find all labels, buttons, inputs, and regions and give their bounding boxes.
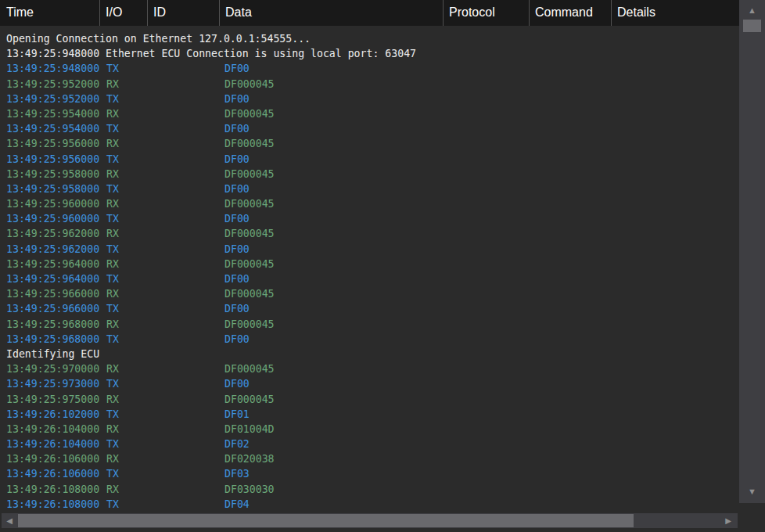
log-row[interactable]: 13:49:25:954000RXDF000045: [0, 106, 739, 121]
log-data: DF000045: [224, 167, 275, 182]
log-data: DF020038: [224, 451, 275, 466]
log-message: Identifying ECU: [6, 347, 99, 361]
log-row[interactable]: Identifying ECU: [0, 347, 739, 361]
log-time: 13:49:25:970000: [6, 361, 99, 376]
log-row[interactable]: 13:49:25:952000RXDF000045: [0, 77, 739, 92]
log-row[interactable]: 13:49:25:960000RXDF000045: [0, 196, 739, 211]
log-time: 13:49:25:960000: [6, 196, 99, 211]
log-time: 13:49:25:952000: [6, 77, 99, 92]
column-header-time[interactable]: Time: [0, 0, 100, 26]
log-data: DF000045: [224, 392, 275, 407]
log-io: RX: [106, 226, 119, 241]
horizontal-scrollbar-thumb[interactable]: [18, 514, 634, 527]
log-io: RX: [106, 196, 119, 211]
log-area[interactable]: Opening Connection on Ethernet 127.0.0.1…: [0, 26, 739, 512]
log-io: TX: [106, 497, 119, 512]
log-data: DF000045: [224, 77, 275, 92]
log-row[interactable]: 13:49:26:108000RXDF030030: [0, 482, 739, 497]
log-data: DF000045: [224, 257, 275, 271]
horizontal-scrollbar[interactable]: ◀ ▶: [2, 513, 738, 528]
log-time: 13:49:25:954000: [6, 121, 99, 136]
scroll-right-button[interactable]: ▶: [720, 513, 736, 528]
log-io: RX: [106, 482, 119, 497]
column-header-data[interactable]: Data: [220, 0, 444, 26]
log-row[interactable]: 13:49:26:108000TXDF04: [0, 497, 739, 512]
log-row[interactable]: 13:49:25:958000RXDF000045: [0, 167, 739, 182]
log-row[interactable]: 13:49:25:968000TXDF00: [0, 332, 739, 347]
log-io: RX: [106, 77, 119, 92]
log-time: 13:49:25:964000: [6, 257, 99, 271]
column-header-id[interactable]: ID: [148, 0, 220, 26]
log-row[interactable]: 13:49:25:968000RXDF000045: [0, 317, 739, 332]
log-row[interactable]: 13:49:25:966000TXDF00: [0, 301, 739, 316]
log-row[interactable]: 13:49:25:964000TXDF00: [0, 271, 739, 286]
scroll-down-button[interactable]: ▼: [739, 483, 765, 499]
log-row[interactable]: 13:49:25:952000TXDF00: [0, 92, 739, 106]
log-row[interactable]: 13:49:26:106000TXDF03: [0, 466, 739, 481]
log-data: DF030030: [224, 482, 275, 497]
log-data: DF00: [224, 332, 250, 347]
log-time: 13:49:25:964000: [6, 271, 99, 286]
log-io: TX: [106, 437, 119, 451]
log-row[interactable]: 13:49:25:956000TXDF00: [0, 152, 739, 167]
trace-log-window: Time I/O ID Data Protocol Command Detail…: [0, 0, 765, 532]
log-row[interactable]: 13:49:26:104000TXDF02: [0, 437, 739, 451]
log-io: TX: [106, 211, 119, 226]
log-time: 13:49:25:968000: [6, 317, 99, 332]
log-row[interactable]: 13:49:25:954000TXDF00: [0, 121, 739, 136]
scroll-left-icon: ◀: [6, 516, 13, 525]
log-io: TX: [106, 407, 119, 422]
log-time: 13:49:25:966000: [6, 301, 99, 316]
log-io: RX: [106, 257, 119, 271]
log-io: TX: [106, 466, 119, 481]
log-row[interactable]: 13:49:25:970000RXDF000045: [0, 361, 739, 376]
log-data: DF00: [224, 211, 250, 226]
log-row[interactable]: 13:49:26:106000RXDF020038: [0, 451, 739, 466]
log-row[interactable]: 13:49:26:102000TXDF01: [0, 407, 739, 422]
log-message: 13:49:25:948000 Ethernet ECU Connection …: [6, 46, 416, 61]
scroll-left-button[interactable]: ◀: [2, 513, 17, 528]
vertical-scrollbar[interactable]: ▲ ▼: [739, 0, 765, 503]
log-io: TX: [106, 92, 119, 106]
log-time: 13:49:25:954000: [6, 106, 99, 121]
column-header-details[interactable]: Details: [612, 0, 739, 26]
log-io: RX: [106, 167, 119, 182]
log-io: RX: [106, 422, 119, 437]
log-row[interactable]: 13:49:25:960000TXDF00: [0, 211, 739, 226]
log-row[interactable]: 13:49:25:962000TXDF00: [0, 242, 739, 257]
log-data: DF00: [224, 121, 250, 136]
log-data: DF000045: [224, 361, 275, 376]
log-row[interactable]: Opening Connection on Ethernet 127.0.0.1…: [0, 31, 739, 46]
log-time: 13:49:26:104000: [6, 422, 99, 437]
log-row[interactable]: 13:49:25:964000RXDF000045: [0, 257, 739, 271]
log-row[interactable]: 13:49:25:956000RXDF000045: [0, 136, 739, 151]
log-time: 13:49:25:973000: [6, 376, 99, 391]
log-data: DF00: [224, 271, 250, 286]
column-header-protocol[interactable]: Protocol: [444, 0, 530, 26]
log-time: 13:49:26:104000: [6, 437, 99, 451]
log-data: DF01004D: [224, 422, 275, 437]
log-data: DF02: [224, 437, 250, 451]
vertical-scrollbar-thumb[interactable]: [743, 20, 761, 32]
log-io: TX: [106, 152, 119, 167]
column-header-command[interactable]: Command: [530, 0, 612, 26]
column-header-io[interactable]: I/O: [100, 0, 148, 26]
log-time: 13:49:25:962000: [6, 242, 99, 257]
log-io: TX: [106, 61, 119, 76]
log-row[interactable]: 13:49:25:962000RXDF000045: [0, 226, 739, 241]
log-time: 13:49:25:960000: [6, 211, 99, 226]
log-time: 13:49:26:106000: [6, 466, 99, 481]
log-time: 13:49:26:108000: [6, 482, 99, 497]
log-row[interactable]: 13:49:25:948000 Ethernet ECU Connection …: [0, 46, 739, 61]
log-row[interactable]: 13:49:25:948000TXDF00: [0, 61, 739, 76]
log-data: DF00: [224, 376, 250, 391]
log-io: TX: [106, 271, 119, 286]
log-row[interactable]: 13:49:26:104000RXDF01004D: [0, 422, 739, 437]
log-time: 13:49:25:966000: [6, 286, 99, 301]
log-row[interactable]: 13:49:25:973000TXDF00: [0, 376, 739, 391]
log-row[interactable]: 13:49:25:958000TXDF00: [0, 182, 739, 196]
scroll-up-button[interactable]: ▲: [739, 2, 765, 18]
log-row[interactable]: 13:49:25:975000RXDF000045: [0, 392, 739, 407]
log-io: TX: [106, 182, 119, 196]
log-row[interactable]: 13:49:25:966000RXDF000045: [0, 286, 739, 301]
